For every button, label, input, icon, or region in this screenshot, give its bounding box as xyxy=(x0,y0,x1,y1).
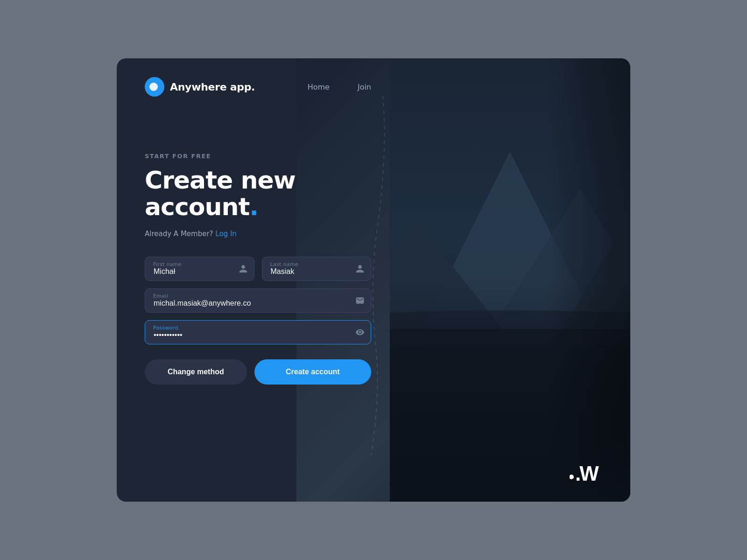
member-text: Already A Member? Log In xyxy=(145,230,371,238)
nav-home[interactable]: Home xyxy=(308,83,330,91)
buttons-row: Change method Create account xyxy=(145,359,371,385)
last-name-input[interactable] xyxy=(262,257,372,281)
email-input[interactable] xyxy=(145,288,371,313)
left-panel: Anywhere app. Home Join START FOR FREE C… xyxy=(117,58,399,502)
app-title: Anywhere app. xyxy=(170,81,255,93)
aw-logo-svg: .W xyxy=(570,457,607,483)
login-link[interactable]: Log In xyxy=(215,230,237,238)
nav-links: Home Join xyxy=(308,83,371,91)
email-row: Email xyxy=(145,288,371,313)
logo-icon xyxy=(145,77,164,97)
form-content: START FOR FREE Create new account. Alrea… xyxy=(145,153,371,483)
create-account-button[interactable]: Create account xyxy=(254,359,371,385)
password-input[interactable] xyxy=(145,320,371,344)
svg-rect-21 xyxy=(390,58,630,502)
name-row: First name Last name xyxy=(145,257,371,281)
svg-text:.W: .W xyxy=(575,462,599,483)
svg-point-22 xyxy=(570,475,574,479)
start-label: START FOR FREE xyxy=(145,153,371,160)
main-card: Anywhere app. Home Join START FOR FREE C… xyxy=(117,58,630,502)
navigation: Anywhere app. Home Join xyxy=(145,77,371,97)
nav-join[interactable]: Join xyxy=(358,83,371,91)
main-title: Create new account. xyxy=(145,167,371,220)
aw-logo-mark: .W xyxy=(570,457,607,483)
main-title-dot: . xyxy=(249,193,258,221)
change-method-button[interactable]: Change method xyxy=(145,359,247,385)
logo-area: Anywhere app. xyxy=(145,77,308,97)
last-name-group: Last name xyxy=(262,257,372,281)
email-group: Email xyxy=(145,288,371,313)
main-title-text: Create new account xyxy=(145,166,296,221)
password-group: Password xyxy=(145,320,371,344)
first-name-input[interactable] xyxy=(145,257,254,281)
password-row: Password xyxy=(145,320,371,344)
first-name-group: First name xyxy=(145,257,254,281)
